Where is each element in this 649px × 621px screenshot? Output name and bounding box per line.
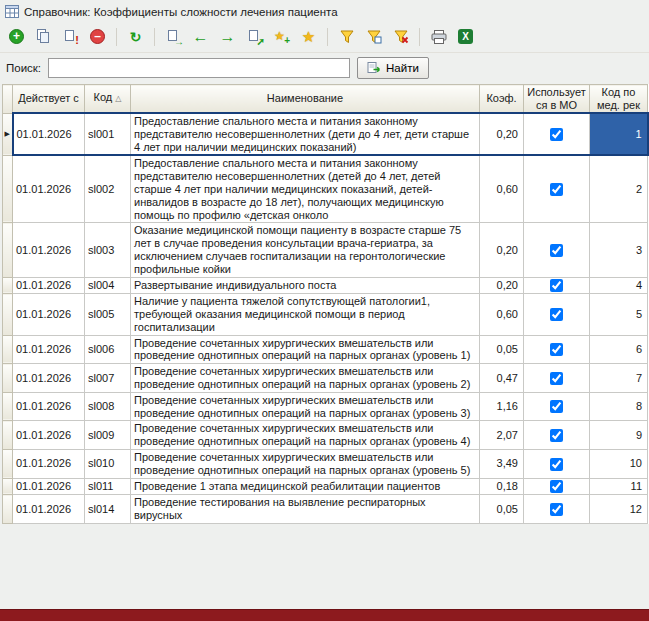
cell-code: sl007 — [85, 364, 131, 393]
column-header-name[interactable]: Наименование — [131, 85, 480, 114]
cell-used-in-mo — [524, 155, 590, 222]
table-row[interactable]: 01.01.2026sl007Проведение сочетанных хир… — [3, 364, 648, 393]
cell-coef: 0,05 — [480, 495, 524, 524]
cell-coef: 0,20 — [480, 277, 524, 294]
cell-code: sl009 — [85, 421, 131, 450]
table-header-row: Действует с Код△ Наименование Коэф. Испо… — [3, 85, 648, 114]
excel-icon[interactable]: X — [453, 24, 478, 49]
cell-coef: 1,16 — [480, 392, 524, 421]
row-marker — [3, 277, 13, 294]
cell-med-code: 2 — [590, 155, 648, 222]
used-in-mo-checkbox[interactable] — [550, 400, 563, 413]
used-in-mo-checkbox[interactable] — [550, 308, 563, 321]
cell-name: Наличие у пациента тяжелой сопутствующей… — [131, 294, 480, 335]
table-row[interactable]: 01.01.2026sl003Оказание медицинской помо… — [3, 223, 648, 277]
edit-icon[interactable]: ! — [58, 24, 83, 49]
export-icon[interactable]: → — [161, 24, 186, 49]
cell-code: sl006 — [85, 335, 131, 364]
table-row[interactable]: 01.01.2026sl014Проведение тестирования н… — [3, 495, 648, 524]
cell-date: 01.01.2026 — [13, 223, 85, 277]
cell-code: sl005 — [85, 294, 131, 335]
cell-used-in-mo — [524, 421, 590, 450]
send-icon[interactable]: ➚ — [242, 24, 267, 49]
cell-name: Проведение 1 этапа медицинской реабилита… — [131, 478, 480, 495]
cell-used-in-mo — [524, 335, 590, 364]
used-in-mo-checkbox[interactable] — [550, 429, 563, 442]
cell-used-in-mo — [524, 478, 590, 495]
row-marker — [3, 335, 13, 364]
add-icon[interactable]: + — [4, 24, 29, 49]
coefficients-table: Действует с Код△ Наименование Коэф. Испо… — [2, 84, 649, 524]
cell-name: Проведение тестирования на выявление рес… — [131, 495, 480, 524]
cell-coef: 3,49 — [480, 449, 524, 478]
used-in-mo-checkbox[interactable] — [550, 372, 563, 385]
cell-coef: 0,05 — [480, 335, 524, 364]
cell-coef: 0,20 — [480, 223, 524, 277]
column-header-med-code[interactable]: Код по мед. рек — [590, 85, 648, 114]
column-header-coef[interactable]: Коэф. — [480, 85, 524, 114]
cell-used-in-mo — [524, 277, 590, 294]
delete-icon[interactable]: – — [85, 24, 110, 49]
cell-coef: 0,20 — [480, 113, 524, 155]
cell-coef: 0,60 — [480, 155, 524, 222]
search-bar: Поиск: Найти — [0, 53, 649, 82]
toolbar-separator — [116, 28, 117, 46]
column-header-date[interactable]: Действует с — [13, 85, 85, 114]
used-in-mo-checkbox[interactable] — [550, 183, 563, 196]
column-header-code[interactable]: Код△ — [85, 85, 131, 114]
used-in-mo-checkbox[interactable] — [550, 244, 563, 257]
table-row[interactable]: 01.01.2026sl009Проведение сочетанных хир… — [3, 421, 648, 450]
filter-edit-icon[interactable] — [361, 24, 386, 49]
window-title: Справочник: Коэффициенты сложности лечен… — [24, 6, 338, 18]
copy-icon[interactable] — [31, 24, 56, 49]
used-in-mo-checkbox[interactable] — [550, 480, 563, 493]
cell-date: 01.01.2026 — [13, 364, 85, 393]
filter-icon[interactable] — [334, 24, 359, 49]
filter-clear-icon[interactable] — [388, 24, 413, 49]
cell-date: 01.01.2026 — [13, 478, 85, 495]
find-button[interactable]: Найти — [357, 57, 429, 79]
used-in-mo-checkbox[interactable] — [550, 458, 563, 471]
cell-code: sl014 — [85, 495, 131, 524]
cell-name: Проведение сочетанных хирургических вмеш… — [131, 449, 480, 478]
table-row[interactable]: 01.01.2026sl005Наличие у пациента тяжело… — [3, 294, 648, 335]
used-in-mo-checkbox[interactable] — [550, 128, 563, 141]
forward-icon[interactable]: → — [215, 24, 240, 49]
row-marker — [3, 421, 13, 450]
search-input[interactable] — [48, 58, 350, 78]
column-header-used-in-mo[interactable]: Используется в МО — [524, 85, 590, 114]
cell-date: 01.01.2026 — [13, 421, 85, 450]
refresh-icon[interactable]: ↻ — [123, 24, 148, 49]
used-in-mo-checkbox[interactable] — [550, 279, 563, 292]
cell-date: 01.01.2026 — [13, 392, 85, 421]
table-row[interactable]: 01.01.2026sl002Предоставление спального … — [3, 155, 648, 222]
window-titlebar: Справочник: Коэффициенты сложности лечен… — [0, 0, 649, 21]
back-icon[interactable]: ← — [188, 24, 213, 49]
table-row[interactable]: 01.01.2026sl008Проведение сочетанных хир… — [3, 392, 648, 421]
used-in-mo-checkbox[interactable] — [550, 503, 563, 516]
table-row[interactable]: 01.01.2026sl011Проведение 1 этапа медици… — [3, 478, 648, 495]
grid-container: Действует с Код△ Наименование Коэф. Испо… — [2, 84, 647, 524]
toolbar-separator — [154, 28, 155, 46]
row-marker — [3, 223, 13, 277]
cell-used-in-mo — [524, 364, 590, 393]
table-row[interactable]: 01.01.2026sl006Проведение сочетанных хир… — [3, 335, 648, 364]
cell-date: 01.01.2026 — [13, 335, 85, 364]
cell-code: sl002 — [85, 155, 131, 222]
favorite-icon[interactable]: ★ — [296, 24, 321, 49]
cell-date: 01.01.2026 — [13, 155, 85, 222]
favorite-add-icon[interactable]: ★+ — [269, 24, 294, 49]
cell-med-code: 1 — [590, 113, 648, 155]
table-row[interactable]: ▶01.01.2026sl001Предоставление спального… — [3, 113, 648, 155]
print-icon[interactable] — [426, 24, 451, 49]
used-in-mo-checkbox[interactable] — [550, 343, 563, 356]
table-row[interactable]: 01.01.2026sl004Развертывание индивидуаль… — [3, 277, 648, 294]
cell-used-in-mo — [524, 392, 590, 421]
cell-date: 01.01.2026 — [13, 113, 85, 155]
table-row[interactable]: 01.01.2026sl010Проведение сочетанных хир… — [3, 449, 648, 478]
sort-ascending-icon: △ — [115, 94, 121, 103]
cell-name: Предоставление спального места и питания… — [131, 113, 480, 155]
toolbar-separator — [419, 28, 420, 46]
cell-med-code: 7 — [590, 364, 648, 393]
cell-coef: 0,60 — [480, 294, 524, 335]
